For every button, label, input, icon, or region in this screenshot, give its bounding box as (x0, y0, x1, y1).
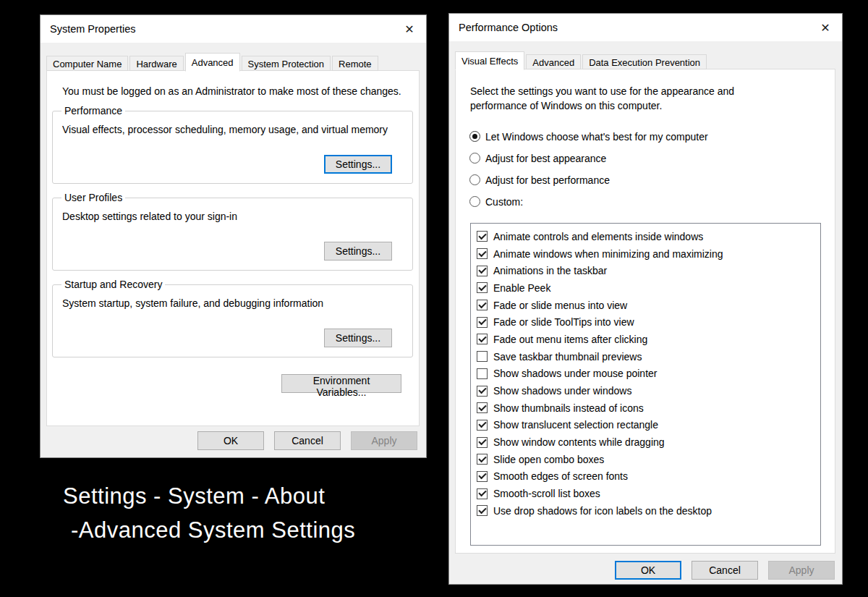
effect-label: Slide open combo boxes (493, 454, 604, 465)
performance-options-dialog: Performance Options ✕ Visual Effects Adv… (448, 13, 843, 585)
radio-icon (469, 131, 480, 142)
performance-options-tab-strip: Visual Effects Advanced Data Execution P… (455, 52, 835, 69)
checkbox-icon[interactable] (477, 300, 488, 310)
effect-row[interactable]: Enable Peek (471, 279, 820, 297)
close-icon[interactable]: ✕ (809, 14, 842, 41)
cancel-button[interactable]: Cancel (274, 431, 341, 450)
checkbox-icon[interactable] (477, 505, 488, 516)
effect-row[interactable]: Fade out menu items after clicking (471, 331, 820, 348)
system-properties-dialog: System Properties ✕ Computer Name Hardwa… (40, 14, 427, 458)
radio-icon (469, 174, 480, 185)
checkbox-icon[interactable] (477, 402, 488, 413)
effect-label: Show window contents while dragging (493, 436, 665, 448)
effect-row[interactable]: Show thumbnails instead of icons (471, 399, 820, 417)
checkbox-icon[interactable] (477, 317, 488, 328)
effect-row[interactable]: Smooth-scroll list boxes (471, 485, 820, 502)
checkbox-icon[interactable] (477, 248, 488, 259)
group-title: User Profiles (61, 192, 125, 203)
effect-label: Animations in the taskbar (493, 265, 607, 276)
effect-row[interactable]: Animations in the taskbar (471, 262, 820, 279)
effect-label: Save taskbar thumbnail previews (493, 351, 642, 363)
ok-button[interactable]: OK (197, 431, 264, 450)
checkbox-icon[interactable] (477, 266, 488, 276)
checkbox-icon[interactable] (477, 231, 488, 242)
effect-row[interactable]: Animate controls and elements inside win… (471, 228, 820, 245)
checkbox-icon[interactable] (477, 454, 488, 465)
group-title: Startup and Recovery (61, 279, 165, 290)
checkbox-icon[interactable] (477, 471, 488, 482)
visual-effects-radio-group: Let Windows choose what's best for my co… (469, 130, 835, 216)
admin-notice-text: You must be logged on as an Administrato… (62, 85, 406, 97)
settings-button[interactable]: Settings... (324, 329, 392, 347)
apply-button[interactable]: Apply (351, 431, 417, 450)
tab[interactable]: System Protection (242, 56, 331, 71)
effect-row[interactable]: Show window contents while dragging (471, 433, 820, 451)
window-title: Performance Options (459, 22, 809, 33)
system-properties-titlebar: System Properties ✕ (41, 15, 426, 43)
effect-label: Smooth-scroll list boxes (493, 488, 600, 499)
effect-label: Fade out menu items after clicking (493, 334, 647, 345)
group-description: Desktop settings related to your sign-in (62, 211, 405, 222)
checkmark-icon (478, 300, 486, 308)
tab-label: Advanced (192, 57, 234, 68)
checkmark-icon (478, 386, 486, 394)
effect-row[interactable]: Use drop shadows for icon labels on the … (471, 502, 820, 520)
effect-row[interactable]: Fade or slide menus into view (471, 297, 820, 314)
effect-row[interactable]: Show shadows under windows (471, 382, 820, 399)
tab[interactable]: Computer Name (46, 56, 128, 71)
apply-button[interactable]: Apply (768, 561, 835, 580)
visual-effects-tab-page: Select the settings you want to use for … (455, 69, 835, 554)
checkbox-icon[interactable] (477, 420, 488, 431)
intro-line-1: Select the settings you want to use for … (470, 85, 734, 97)
tab-label: Remote (339, 59, 372, 69)
radio-label: Adjust for best appearance (485, 153, 606, 164)
effect-row[interactable]: Smooth edges of screen fonts (471, 468, 820, 486)
settings-group: Startup and Recovery System startup, sys… (52, 284, 413, 357)
settings-button[interactable]: Settings... (324, 155, 392, 174)
radio-option[interactable]: Adjust for best appearance (469, 151, 835, 165)
tab-label: Hardware (136, 59, 176, 69)
effect-label: Show shadows under windows (493, 385, 631, 397)
intro-line-2: performance of Windows on this computer. (470, 100, 662, 111)
tab[interactable]: Visual Effects (455, 51, 524, 70)
effect-row[interactable]: Show shadows under mouse pointer (471, 365, 820, 383)
radio-icon (469, 196, 480, 207)
tab[interactable]: Advanced (185, 53, 240, 72)
radio-option[interactable]: Adjust for best performance (469, 173, 835, 187)
checkmark-icon (478, 437, 486, 445)
effect-row[interactable]: Save taskbar thumbnail previews (471, 348, 820, 365)
caption-text: Settings - System - About -Advanced Syst… (63, 479, 355, 547)
radio-option[interactable]: Custom: (469, 195, 835, 208)
tab-label: Advanced (532, 57, 574, 68)
tab-label: System Protection (248, 59, 325, 69)
settings-button[interactable]: Settings... (324, 242, 392, 261)
effect-label: Show shadows under mouse pointer (493, 368, 657, 379)
radio-option[interactable]: Let Windows choose what's best for my co… (469, 130, 835, 143)
effect-label: Smooth edges of screen fonts (493, 470, 628, 482)
checkbox-icon[interactable] (477, 351, 488, 362)
effect-row[interactable]: Show translucent selection rectangle (471, 417, 820, 434)
close-icon[interactable]: ✕ (393, 15, 426, 43)
cancel-button[interactable]: Cancel (692, 561, 758, 580)
checkbox-icon[interactable] (477, 368, 488, 379)
effect-row[interactable]: Animate windows when minimizing and maxi… (471, 245, 820, 263)
performance-options-footer: OK Cancel Apply (449, 554, 842, 584)
checkbox-icon[interactable] (477, 488, 488, 499)
visual-effects-listbox[interactable]: Animate controls and elements inside win… (470, 223, 821, 546)
tab[interactable]: Remote (332, 56, 378, 71)
effect-row[interactable]: Slide open combo boxes (471, 451, 820, 468)
checkbox-icon[interactable] (477, 334, 488, 344)
checkmark-icon (478, 471, 486, 479)
effect-row[interactable]: Fade or slide ToolTips into view (471, 313, 820, 331)
environment-variables-button[interactable]: Environment Variables... (281, 374, 401, 393)
tab[interactable]: Data Execution Prevention (582, 54, 707, 69)
caption-line-1: Settings - System - About (63, 479, 355, 513)
tab[interactable]: Advanced (526, 54, 581, 69)
radio-label: Adjust for best performance (485, 174, 610, 186)
ok-button[interactable]: OK (615, 561, 681, 580)
tab[interactable]: Hardware (129, 56, 183, 71)
checkbox-icon[interactable] (477, 437, 488, 448)
checkbox-icon[interactable] (477, 386, 488, 397)
group-description: System startup, system failure, and debu… (62, 297, 405, 309)
checkbox-icon[interactable] (477, 282, 488, 293)
